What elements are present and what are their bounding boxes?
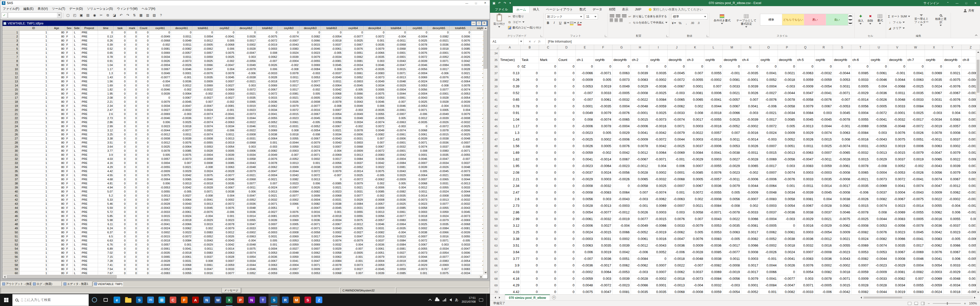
cell-T38[interactable]: 0.0033 — [851, 76, 870, 83]
cell[interactable]: -0.0077 — [385, 214, 407, 218]
cell[interactable]: 0.0029 — [471, 161, 483, 165]
cell[interactable]: L — [73, 149, 81, 153]
cell[interactable]: 0.0076 — [278, 210, 300, 214]
cell[interactable]: 0 — [127, 161, 138, 165]
cell[interactable]: PRE — [81, 259, 98, 263]
cell-F36[interactable]: 0 — [594, 63, 612, 70]
cell-X59[interactable]: -0.0016 — [925, 216, 943, 222]
cell-O68[interactable]: 0.0041 — [759, 275, 778, 282]
cell[interactable]: -0.0049 — [342, 112, 364, 116]
cell-E52[interactable]: -0.0037 — [576, 169, 594, 176]
cell[interactable]: 0.0074 — [321, 239, 342, 243]
align-top-icon[interactable] — [610, 14, 614, 17]
cell-H58[interactable]: 0.0026 — [631, 209, 649, 216]
cell-M47[interactable]: 0.0011 — [723, 136, 741, 143]
cell[interactable]: 80 — [48, 165, 65, 169]
cell[interactable]: -0.0075 — [257, 35, 278, 39]
cell-K34[interactable] — [686, 50, 704, 57]
library-icon[interactable]: ▥ — [145, 12, 151, 18]
scroll-up-icon[interactable] — [976, 50, 980, 54]
cell[interactable]: PRE — [81, 59, 98, 63]
cell[interactable]: 0.0042 — [450, 59, 471, 63]
cell-N47[interactable]: -0.0014 — [741, 136, 759, 143]
cell-E59[interactable]: -0.0061 — [576, 216, 594, 222]
cell-P51[interactable]: 0.003 — [778, 163, 796, 169]
cell-G67[interactable]: -0.0053 — [612, 269, 631, 275]
cell-V51[interactable]: 0.0052 — [888, 163, 907, 169]
scroll-left-icon[interactable] — [861, 296, 862, 299]
cell[interactable]: 0.0009 — [300, 267, 321, 271]
cell[interactable]: -0.0071 — [450, 149, 471, 153]
cell[interactable]: 1 — [19, 165, 48, 169]
cell[interactable]: 80 — [48, 116, 65, 120]
cell[interactable]: 0.0047 — [342, 235, 364, 239]
cell[interactable]: 0.0042 — [214, 243, 235, 247]
cell[interactable]: -0.0069 — [278, 235, 300, 239]
column-header[interactable]: Side — [73, 26, 81, 30]
cell-P70[interactable]: 0.0082 — [778, 289, 796, 294]
cell[interactable]: 80 — [48, 194, 65, 198]
cell-R64[interactable]: -0.0008 — [815, 249, 833, 255]
cell[interactable]: 0.0031 — [257, 235, 278, 239]
cell[interactable]: 0.0045 — [321, 63, 342, 67]
cell[interactable]: 80 — [48, 124, 65, 128]
cell[interactable]: 0.0011 — [171, 35, 192, 39]
cell[interactable]: -0.0068 — [150, 39, 171, 43]
cell[interactable]: 0.0033 — [214, 267, 235, 271]
cell[interactable]: 80 — [48, 84, 65, 88]
cell[interactable]: 0.0005 — [364, 88, 385, 92]
cell-V46[interactable]: 0.0076 — [888, 130, 907, 136]
cell-N60[interactable]: -0.0081 — [741, 222, 759, 229]
cell-O62[interactable]: -0.0052 — [759, 236, 778, 242]
cell[interactable]: -0.0038 — [407, 259, 428, 263]
cell-F59[interactable]: -0.0032 — [594, 216, 612, 222]
cell[interactable]: 0 — [138, 247, 150, 251]
cell-N54[interactable]: 0.0044 — [741, 182, 759, 189]
row-header[interactable]: 59 — [3, 267, 19, 271]
cell-R43[interactable]: 0.003 — [815, 109, 833, 116]
cell[interactable]: 0.0076 — [407, 51, 428, 55]
cell[interactable]: 0 — [114, 128, 127, 133]
cell-V68[interactable]: -0.0082 — [888, 275, 907, 282]
cell[interactable]: -0.0036 — [235, 202, 257, 206]
cell-S64[interactable]: -0.0023 — [833, 249, 851, 255]
cell[interactable]: 0 — [138, 108, 150, 112]
cell[interactable]: 0 — [127, 35, 138, 39]
cell-L53[interactable]: -0.0057 — [704, 176, 723, 182]
cell-T45[interactable]: -0.0069 — [851, 123, 870, 130]
cell[interactable]: -0.0001 — [471, 230, 483, 235]
cell[interactable]: -0.0047 — [171, 104, 192, 108]
cell-Y45[interactable]: -0.0057 — [943, 123, 962, 130]
cell-D58[interactable]: 0 — [557, 209, 576, 216]
cell[interactable]: F — [65, 59, 73, 63]
cell[interactable]: 0 — [138, 214, 150, 218]
cell-C36[interactable]: 0 — [539, 63, 557, 70]
cell-O54[interactable]: -0.0064 — [759, 182, 778, 189]
cell[interactable]: 0 — [114, 230, 127, 235]
cell[interactable]: F — [65, 47, 73, 51]
row-header[interactable]: 3 — [3, 39, 19, 43]
table-corner[interactable] — [3, 26, 19, 30]
row-header[interactable]: 58 — [3, 263, 19, 267]
row-header[interactable]: 33 — [3, 161, 19, 165]
cell[interactable]: -0.0007 — [471, 214, 483, 218]
cell[interactable]: -0.0004 — [407, 71, 428, 76]
cell-T48[interactable]: 0.0031 — [851, 143, 870, 149]
row-header-43[interactable]: 43 — [490, 109, 499, 116]
cell[interactable]: 0.0039 — [364, 271, 385, 274]
cell[interactable]: 0.0066 — [471, 108, 483, 112]
cell[interactable]: 80 — [48, 145, 65, 149]
format-as-table-button[interactable]: テーブルとして書式設定 — [734, 14, 759, 28]
cell[interactable]: -0.0039 — [450, 230, 471, 235]
cell[interactable]: -0.0048 — [278, 251, 300, 255]
cell-Y40[interactable]: -0.0067 — [943, 90, 962, 97]
cell[interactable]: -0.0008 — [300, 100, 321, 104]
cell[interactable]: 0.0067 — [407, 243, 428, 247]
cell-Q63[interactable]: 0.0032 — [796, 242, 815, 249]
cell-D55[interactable]: 0 — [557, 189, 576, 196]
minimize-button[interactable]: — — [462, 0, 471, 6]
cell[interactable]: 0 — [127, 76, 138, 79]
cell[interactable]: 2.08 — [98, 96, 114, 100]
cell[interactable]: L — [73, 218, 81, 222]
cell-Q70[interactable]: -0.0033 — [796, 289, 815, 294]
